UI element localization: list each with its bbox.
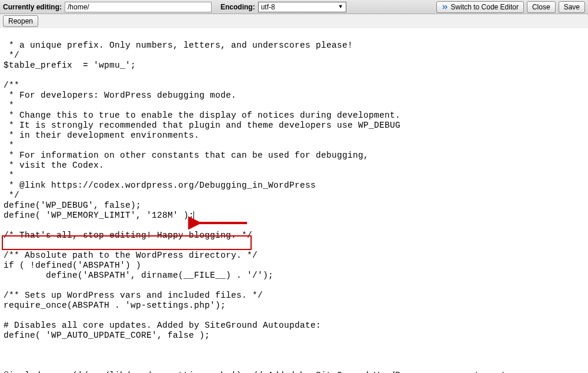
code-line: * @link https://codex.wordpress.org/Debu… bbox=[4, 181, 316, 190]
annotation-arrow-icon bbox=[188, 214, 253, 232]
file-path-input[interactable] bbox=[65, 2, 212, 12]
switch-editor-button[interactable]: Switch to Code Editor bbox=[436, 1, 524, 13]
save-button[interactable]: Save bbox=[559, 1, 585, 13]
code-line: * For information on other constants tha… bbox=[4, 151, 369, 160]
code-line: * bbox=[4, 171, 14, 180]
code-line: * Change this to true to enable the disp… bbox=[4, 111, 400, 120]
encoding-select[interactable]: utf-8 bbox=[258, 2, 346, 12]
text-cursor bbox=[193, 211, 194, 220]
close-button[interactable]: Close bbox=[527, 1, 556, 13]
switch-editor-label: Switch to Code Editor bbox=[451, 3, 519, 11]
code-line: /** bbox=[4, 81, 19, 90]
code-line: require_once(ABSPATH . 'wp-settings.php'… bbox=[4, 301, 226, 310]
code-line: # Disables all core updates. Added by Si… bbox=[4, 321, 321, 330]
secondary-toolbar: Reopen bbox=[0, 14, 588, 28]
code-editor-area[interactable]: * a unique prefix. Only numbers, letters… bbox=[0, 28, 588, 373]
code-line: define('WP_DEBUG', false); bbox=[4, 201, 141, 210]
code-line: /** Absolute path to the WordPress direc… bbox=[4, 251, 258, 260]
code-line: define('ABSPATH', dirname(__FILE__) . '/… bbox=[4, 271, 273, 280]
code-line: /** Sets up WordPress vars and included … bbox=[4, 291, 263, 300]
code-line: */ bbox=[4, 51, 19, 60]
code-line: define( 'WP_AUTO_UPDATE_CORE', false ); bbox=[4, 331, 210, 340]
code-line: * bbox=[4, 141, 14, 150]
code-line: * For developers: WordPress debugging mo… bbox=[4, 91, 236, 100]
code-line: * a unique prefix. Only numbers, letters… bbox=[4, 41, 353, 50]
code-line: * bbox=[4, 101, 14, 110]
code-line: * It is strongly recommended that plugin… bbox=[4, 121, 400, 130]
editor-toolbar: Currently editing: Encoding: utf-8 Switc… bbox=[0, 0, 588, 14]
editing-label: Currently editing: bbox=[3, 3, 62, 11]
code-line: @include_once('/var/lib/sec/wp-settings.… bbox=[4, 371, 517, 373]
code-line: */ bbox=[4, 191, 19, 200]
code-line: /* That's all, stop editing! Happy blogg… bbox=[4, 231, 252, 240]
code-line: * in their development environments. bbox=[4, 131, 199, 140]
reopen-button[interactable]: Reopen bbox=[3, 15, 38, 27]
code-line: if ( !defined('ABSPATH') ) bbox=[4, 261, 141, 270]
code-line: $table_prefix = 'wpmu_'; bbox=[4, 61, 136, 70]
switch-icon bbox=[442, 4, 449, 11]
encoding-label: Encoding: bbox=[220, 3, 255, 11]
code-line: define( 'WP_MEMORY_LIMIT', '128M' ); bbox=[4, 211, 194, 220]
code-line: * visit the Codex. bbox=[4, 161, 104, 170]
